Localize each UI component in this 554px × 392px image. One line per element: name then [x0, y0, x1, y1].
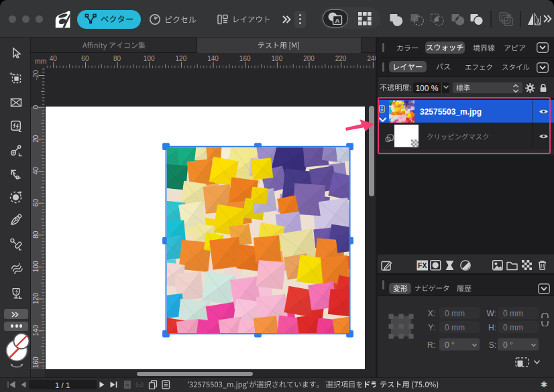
svg-text:120: 120 — [176, 55, 187, 62]
svg-text:160: 160 — [32, 356, 40, 368]
svg-text:40: 40 — [50, 55, 58, 62]
svg-text:FX: FX — [418, 261, 427, 269]
svg-text:20: 20 — [32, 135, 40, 143]
svg-text:A: A — [335, 17, 340, 24]
svg-text:100: 100 — [32, 261, 40, 272]
svg-text:0: 0 — [32, 105, 40, 109]
svg-text:160: 160 — [239, 55, 251, 62]
svg-text:60: 60 — [81, 55, 89, 62]
svg-text:120: 120 — [32, 292, 40, 304]
svg-text:60: 60 — [32, 198, 40, 206]
svg-text:40: 40 — [32, 167, 40, 175]
svg-text:80: 80 — [113, 55, 121, 62]
svg-text:240: 240 — [367, 55, 376, 62]
svg-text:200: 200 — [303, 55, 315, 62]
svg-text:100: 100 — [144, 55, 155, 62]
svg-text:180: 180 — [272, 55, 283, 62]
svg-text:140: 140 — [32, 324, 40, 336]
svg-text:80: 80 — [32, 231, 40, 239]
svg-text:mm: mm — [35, 57, 47, 65]
svg-text:220: 220 — [335, 55, 347, 62]
svg-text:-20: -20 — [32, 70, 40, 80]
svg-text:140: 140 — [207, 55, 219, 62]
